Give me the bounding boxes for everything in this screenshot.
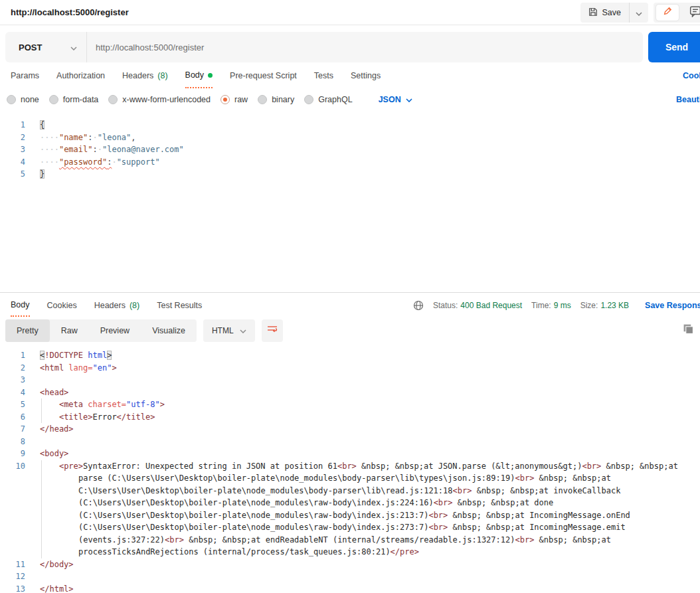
code-token: <br> xyxy=(337,462,357,471)
code-token: <br> xyxy=(582,462,601,471)
code-token xyxy=(40,412,59,422)
response-tab-label: Test Results xyxy=(157,301,202,310)
code-token: <br> xyxy=(515,473,534,483)
code-line: 2····"name":·"leona", xyxy=(0,131,700,144)
cookies-link[interactable]: Cookies xyxy=(683,63,700,88)
body-mode-label: raw xyxy=(234,95,248,104)
code-line: 12 xyxy=(0,570,691,583)
edit-button[interactable] xyxy=(656,5,679,21)
view-tab-pretty[interactable]: Pretty xyxy=(5,319,50,342)
response-tab-test-results[interactable]: Test Results xyxy=(157,294,202,317)
code-token: { xyxy=(40,120,44,129)
request-url-bar: POST http://localhost:5000/register xyxy=(5,32,643,62)
method-selector[interactable]: POST xyxy=(5,42,86,52)
view-tab-preview[interactable]: Preview xyxy=(89,319,141,342)
tab-tests[interactable]: Tests xyxy=(314,63,333,88)
code-line: 10 <pre>SyntaxError: Unexpected string i… xyxy=(0,460,691,558)
url-input[interactable]: http://localhost:5000/register xyxy=(87,42,204,52)
save-response-link[interactable]: Save Response xyxy=(645,301,700,310)
size-value: 1.23 KB xyxy=(600,301,629,310)
save-button[interactable]: Save xyxy=(580,3,630,23)
code-token: <meta xyxy=(59,400,83,409)
save-button-group: Save xyxy=(580,3,649,23)
body-mode-GraphQL[interactable]: GraphQL xyxy=(304,95,352,104)
code-line: 4····"password":·"support" xyxy=(0,156,700,169)
body-mode-binary[interactable]: binary xyxy=(258,95,294,104)
code-line: 7</head> xyxy=(0,423,691,436)
beautify-link[interactable]: Beautify xyxy=(676,88,700,111)
copy-icon[interactable] xyxy=(683,323,694,337)
send-button[interactable]: Send xyxy=(648,32,700,62)
chevron-down-icon xyxy=(70,42,77,52)
body-mode-x-www-form-urlencoded[interactable]: x-www-form-urlencoded xyxy=(108,95,211,104)
tab-settings[interactable]: Settings xyxy=(351,63,381,88)
comment-icon[interactable] xyxy=(689,5,700,20)
code-token: > xyxy=(112,363,116,373)
response-tab-label: Headers xyxy=(94,301,126,310)
body-mode-label: x-www-form-urlencoded xyxy=(122,95,211,104)
code-token: ···· xyxy=(40,145,59,154)
response-tab-body[interactable]: Body xyxy=(11,294,30,317)
code-token: , xyxy=(131,133,135,142)
tab-authorization[interactable]: Authorization xyxy=(56,63,105,88)
body-language-selector[interactable]: JSON xyxy=(379,95,412,104)
view-tab-visualize[interactable]: Visualize xyxy=(141,319,197,342)
size-label: Size: xyxy=(580,301,598,310)
code-token: "email" xyxy=(59,145,93,154)
code-content: ····"password":·"support" xyxy=(40,156,700,169)
tab-body[interactable]: Body xyxy=(185,63,213,88)
code-token: <head> xyxy=(40,388,68,397)
code-line: 11</body> xyxy=(0,558,691,571)
response-body-editor[interactable]: 1<!DOCTYPE html>2<html lang="en">34<head… xyxy=(0,344,700,593)
code-content: <body> xyxy=(40,448,691,460)
tab-label: Authorization xyxy=(56,71,105,80)
response-tab-headers[interactable]: Headers(8) xyxy=(94,294,140,317)
edit-pencil-icon xyxy=(663,7,672,19)
view-tab-raw[interactable]: Raw xyxy=(50,319,89,342)
line-number: 3 xyxy=(0,374,25,386)
tab-headers[interactable]: Headers(8) xyxy=(122,63,168,88)
time-value: 9 ms xyxy=(554,301,571,310)
code-line: 5 <meta charset="utf-8"> xyxy=(0,398,691,411)
code-token: <br> xyxy=(165,535,184,545)
code-token xyxy=(40,400,59,409)
code-token: lang= xyxy=(68,363,92,373)
code-line: 2<html lang="en"> xyxy=(0,362,691,375)
code-token: Error xyxy=(92,412,116,422)
radio-icon xyxy=(304,95,313,104)
body-mode-raw[interactable]: raw xyxy=(220,95,248,104)
code-token: !DOCTYPE xyxy=(44,351,83,360)
code-line: 13</html> xyxy=(0,583,691,593)
code-content: ····"name":·"leona", xyxy=(40,131,700,144)
tab-pre-request-script[interactable]: Pre-request Script xyxy=(230,63,297,88)
line-number: 4 xyxy=(0,386,25,399)
response-tab-cookies[interactable]: Cookies xyxy=(47,294,77,317)
tab-label: Params xyxy=(11,71,39,80)
code-token: <br> xyxy=(434,498,453,507)
code-token: <title> xyxy=(59,412,93,422)
code-token: </pre> xyxy=(391,547,419,556)
code-token: <body> xyxy=(40,449,68,458)
code-line: 4<head> xyxy=(0,386,691,399)
request-body-editor[interactable]: 1{2····"name":·"leona",3····"email":·"le… xyxy=(0,111,700,292)
code-token: : xyxy=(92,145,97,154)
response-format-selector[interactable]: HTML xyxy=(203,319,255,342)
body-mode-none[interactable]: none xyxy=(7,95,39,104)
tab-label: Settings xyxy=(351,71,381,80)
wrap-text-button[interactable] xyxy=(262,319,283,342)
code-token: html xyxy=(88,351,107,360)
body-mode-label: none xyxy=(21,95,39,104)
line-number: 8 xyxy=(0,436,25,448)
radio-icon xyxy=(220,95,230,104)
line-number: 2 xyxy=(0,131,25,144)
save-options-button[interactable] xyxy=(630,3,648,23)
code-token: <html xyxy=(40,363,64,373)
code-token: } xyxy=(40,169,44,179)
code-token: · xyxy=(98,145,102,154)
green-dot-icon xyxy=(208,73,213,78)
code-token: > xyxy=(160,400,165,409)
body-mode-form-data[interactable]: form-data xyxy=(49,95,99,104)
tab-params[interactable]: Params xyxy=(11,63,39,88)
radio-icon xyxy=(258,95,267,104)
code-content: <html lang="en"> xyxy=(40,362,691,375)
